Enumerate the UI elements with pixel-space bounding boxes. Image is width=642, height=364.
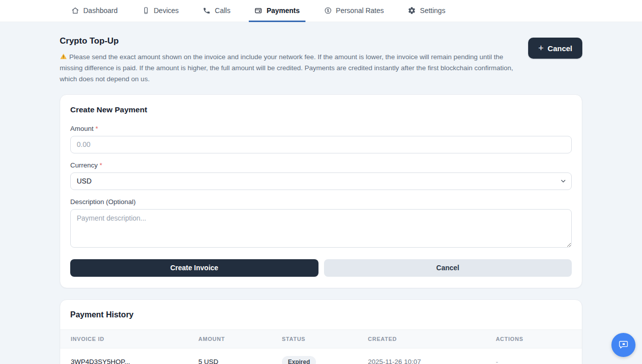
nav-item-label: Payments	[266, 7, 299, 15]
nav-item-calls[interactable]: Calls	[197, 0, 236, 22]
cell-invoice-id: 3WP4D3SY5HQP...	[60, 348, 199, 364]
main-content: Crypto Top-Up Please send the exact amou…	[60, 22, 582, 364]
currency-field-group: Currency * USD	[70, 161, 572, 190]
payment-history-table: Invoice IDAmountStatusCreatedActions 3WP…	[60, 329, 582, 364]
description-label: Description (Optional)	[70, 198, 572, 206]
nav-item-devices[interactable]: Devices	[136, 0, 185, 22]
cancel-topup-button[interactable]: + Cancel	[528, 38, 582, 59]
nav-item-label: Settings	[420, 7, 445, 15]
form-actions: Create Invoice Cancel	[70, 259, 572, 277]
cell-actions: -	[496, 348, 582, 364]
wallet-icon	[254, 7, 262, 15]
description-textarea[interactable]	[70, 209, 572, 248]
device-icon	[142, 7, 150, 15]
plus-icon: +	[538, 44, 544, 53]
nav-item-label: Devices	[154, 7, 179, 15]
cell-created: 2025-11-26 10:07	[368, 348, 496, 364]
home-icon	[71, 7, 79, 15]
currency-label: Currency *	[70, 161, 572, 169]
cell-status: Expired	[282, 348, 368, 364]
warning-text: Please send the exact amount shown on th…	[60, 52, 524, 85]
create-invoice-button[interactable]: Create Invoice	[70, 259, 318, 277]
amount-input[interactable]	[70, 136, 572, 153]
nav-items: DashboardDevicesCallsPaymentsPersonal Ra…	[60, 0, 582, 22]
page-title: Crypto Top-Up	[60, 36, 524, 46]
column-header-status: Status	[282, 329, 368, 348]
status-badge: Expired	[282, 356, 316, 364]
top-nav: DashboardDevicesCallsPaymentsPersonal Ra…	[0, 0, 642, 22]
cell-amount: 5 USD	[199, 348, 282, 364]
cancel-topup-label: Cancel	[548, 44, 572, 53]
nav-item-label: Calls	[215, 7, 230, 15]
required-asterisk: *	[100, 161, 102, 169]
chat-button[interactable]	[611, 333, 635, 357]
nav-item-dashboard[interactable]: Dashboard	[66, 0, 123, 22]
description-field-group: Description (Optional)	[70, 198, 572, 250]
phone-icon	[203, 7, 211, 15]
warning-text-body: Please send the exact amount shown on th…	[60, 53, 513, 83]
currency-select[interactable]: USD	[70, 172, 572, 190]
column-header-invoice-id: Invoice ID	[60, 329, 199, 348]
nav-item-personal-rates[interactable]: Personal Rates	[318, 0, 390, 22]
column-header-actions: Actions	[496, 329, 582, 348]
warning-icon	[60, 53, 67, 60]
nav-item-settings[interactable]: Settings	[402, 0, 451, 22]
amount-field-group: Amount *	[70, 125, 572, 153]
column-header-amount: Amount	[199, 329, 282, 348]
table-row: 3WP4D3SY5HQP...5 USDExpired2025-11-26 10…	[60, 348, 582, 364]
required-asterisk: *	[95, 125, 98, 132]
table-header-row: Invoice IDAmountStatusCreatedActions	[60, 329, 582, 348]
dollar-circle-icon	[324, 7, 332, 15]
payment-history-card: Payment History Invoice IDAmountStatusCr…	[60, 299, 582, 364]
nav-item-label: Personal Rates	[336, 7, 384, 15]
nav-item-label: Dashboard	[83, 7, 118, 15]
amount-label: Amount *	[70, 125, 572, 132]
column-header-created: Created	[368, 329, 496, 348]
gear-icon	[408, 7, 416, 15]
form-title: Create New Payment	[70, 105, 572, 114]
crypto-topup-header: Crypto Top-Up Please send the exact amou…	[60, 36, 582, 85]
cancel-button[interactable]: Cancel	[324, 259, 572, 277]
nav-item-payments[interactable]: Payments	[249, 0, 305, 22]
create-payment-card: Create New Payment Amount * Currency * U…	[60, 94, 582, 288]
chat-bubble-icon	[618, 339, 629, 351]
history-title: Payment History	[60, 300, 582, 329]
